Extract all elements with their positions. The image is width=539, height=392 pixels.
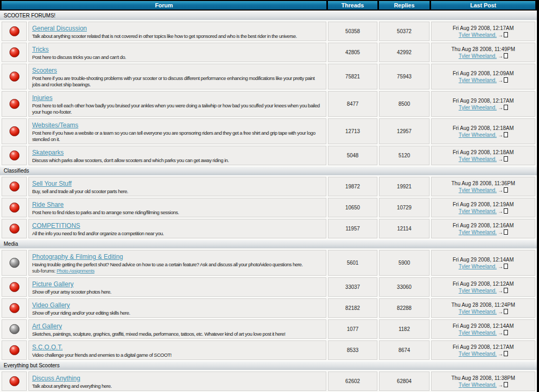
lastpost-user-link[interactable]: Tyler Wheeland. <box>458 264 496 269</box>
forum-cell: Photography & Filming & Editing Having t… <box>28 250 326 276</box>
goto-last-post-icon[interactable]: → <box>498 330 508 336</box>
status-cell <box>2 22 27 41</box>
threads-count: 12713 <box>328 118 377 144</box>
goto-last-post-icon[interactable]: → <box>498 105 508 110</box>
goto-last-post-icon[interactable]: → <box>498 229 508 235</box>
lastpost-cell: Fri Aug 29 2008, 12:18AM Tyler Wheeland.… <box>431 146 535 165</box>
forum-link[interactable]: General Discussion <box>32 25 87 32</box>
threads-count: 19872 <box>328 177 377 196</box>
page-icon <box>504 53 508 58</box>
forum-link[interactable]: Picture Gallery <box>32 280 74 288</box>
forum-link[interactable]: Photography & Filming & Editing <box>32 253 123 260</box>
goto-last-post-icon[interactable]: → <box>498 309 508 315</box>
lastpost-user-link[interactable]: Tyler Wheeland. <box>458 208 496 214</box>
lastpost-user-line: Tyler Wheeland.→ <box>458 208 507 215</box>
lastpost-date: Fri Aug 29 2008, 12:14AM <box>453 256 514 263</box>
forum-link[interactable]: Scooters <box>32 67 57 74</box>
lastpost-user-link[interactable]: Tyler Wheeland. <box>458 32 496 38</box>
goto-last-post-icon[interactable]: → <box>498 208 508 214</box>
page-icon <box>504 156 508 162</box>
goto-last-post-icon[interactable]: → <box>498 382 508 388</box>
forum-link[interactable]: Discuss Anything <box>32 375 80 382</box>
lastpost-user-link[interactable]: Tyler Wheeland. <box>458 105 496 110</box>
page-icon <box>504 351 508 356</box>
forum-cell: Video Gallery Show off your riding and/o… <box>28 298 326 318</box>
lastpost-user-link[interactable]: Tyler Wheeland. <box>458 77 496 83</box>
goto-last-post-icon[interactable]: → <box>498 187 508 193</box>
page-icon <box>504 264 508 269</box>
forum-row: Video Gallery Show off your riding and/o… <box>2 298 535 318</box>
forum-link[interactable]: Sell Your Stuff <box>32 180 72 187</box>
forum-cell: Skateparks Discuss which parks allow sco… <box>28 146 326 165</box>
lastpost-user-link[interactable]: Tyler Wheeland. <box>458 53 496 59</box>
forum-description: Post here to find rides to parks and to … <box>32 209 323 216</box>
goto-last-post-icon[interactable]: → <box>498 77 508 83</box>
lastpost-user-link[interactable]: Tyler Wheeland. <box>458 330 496 336</box>
goto-last-post-icon[interactable]: → <box>498 288 508 294</box>
threads-count: 11957 <box>328 219 377 238</box>
lastpost-user-link[interactable]: Tyler Wheeland. <box>458 382 496 388</box>
status-cell <box>2 64 27 89</box>
replies-count: 33060 <box>379 277 430 297</box>
status-ball-icon <box>9 26 19 36</box>
goto-last-post-icon[interactable]: → <box>498 32 508 38</box>
goto-last-post-icon[interactable]: → <box>498 264 508 269</box>
forum-link[interactable]: Skateparks <box>32 149 64 156</box>
lastpost-user-link[interactable]: Tyler Wheeland. <box>458 351 496 357</box>
lastpost-user-link[interactable]: Tyler Wheeland. <box>458 288 496 294</box>
section-title: Media <box>4 241 18 247</box>
status-ball-icon <box>9 324 19 334</box>
forum-link[interactable]: Art Gallery <box>32 323 62 330</box>
lastpost-user-link[interactable]: Tyler Wheeland. <box>458 229 496 235</box>
status-ball-icon <box>9 258 19 268</box>
lastpost-date: Fri Aug 29 2008, 12:09AM <box>453 70 514 77</box>
lastpost-date: Fri Aug 29 2008, 12:17AM <box>453 344 514 350</box>
forum-link[interactable]: S.C.O.O.T. <box>32 344 63 351</box>
goto-last-post-icon[interactable]: → <box>498 53 508 59</box>
forum-description: All the info you need to find and/or org… <box>32 230 323 237</box>
forum-row: Sell Your Stuff Buy, sell and trade all … <box>2 177 535 196</box>
goto-last-post-icon[interactable]: → <box>498 132 508 138</box>
page-icon <box>504 330 508 335</box>
lastpost-user-link[interactable]: Tyler Wheeland. <box>458 132 496 138</box>
section-header-row: Media <box>0 240 537 248</box>
lastpost-date: Thu Aug 28 2008, 11:24PM <box>451 301 515 308</box>
right-arrow-icon: → <box>498 187 503 193</box>
forum-link[interactable]: Tricks <box>32 46 49 53</box>
replies-count: 75943 <box>379 64 430 89</box>
lastpost-cell: Thu Aug 28 2008, 11:24PM Tyler Wheeland.… <box>431 298 535 318</box>
replies-count: 5900 <box>379 250 430 276</box>
subforum-link[interactable]: Photo Assignments <box>56 268 94 274</box>
status-ball-icon <box>9 72 19 82</box>
forum-cell: Ride Share Post here to find rides to pa… <box>28 198 326 217</box>
lastpost-user-link[interactable]: Tyler Wheeland. <box>458 187 496 193</box>
lastpost-user-line: Tyler Wheeland.→ <box>458 77 507 84</box>
right-arrow-icon: → <box>498 351 503 357</box>
forum-link[interactable]: Injuries <box>32 94 53 102</box>
threads-count: 8533 <box>328 340 377 360</box>
status-ball-icon <box>9 303 19 313</box>
lastpost-user-line: Tyler Wheeland.→ <box>458 329 507 336</box>
right-arrow-icon: → <box>498 288 503 294</box>
lastpost-date: Fri Aug 29 2008, 12:16AM <box>453 222 514 229</box>
lastpost-user-link[interactable]: Tyler Wheeland. <box>458 156 496 162</box>
forum-link[interactable]: Ride Share <box>32 201 64 208</box>
forum-description: Discuss which parks allow scooters, don'… <box>32 157 323 164</box>
subforums-line: sub-forums: Photo Assignments <box>32 268 323 274</box>
forum-link[interactable]: Video Gallery <box>32 301 70 309</box>
forum-cell: Picture Gallery Show off your artsy scoo… <box>28 277 326 297</box>
lastpost-cell: Fri Aug 29 2008, 12:18AM Tyler Wheeland.… <box>431 118 535 144</box>
status-ball-icon <box>9 150 19 160</box>
forum-link[interactable]: Websites/Teams <box>32 122 78 129</box>
forum-link[interactable]: COMPETITIONS <box>32 222 80 229</box>
forum-description: Talk about anything scooter related that… <box>32 33 323 39</box>
lastpost-user-link[interactable]: Tyler Wheeland. <box>458 309 496 315</box>
right-arrow-icon: → <box>498 132 503 138</box>
goto-last-post-icon[interactable]: → <box>498 351 508 357</box>
lastpost-date: Fri Aug 29 2008, 12:17AM <box>453 25 514 32</box>
forum-row: S.C.O.O.T. Video challenge your friends … <box>2 340 535 360</box>
goto-last-post-icon[interactable]: → <box>498 156 508 162</box>
status-cell <box>2 146 27 165</box>
page-icon <box>504 105 508 110</box>
threads-count: 33037 <box>328 277 377 297</box>
